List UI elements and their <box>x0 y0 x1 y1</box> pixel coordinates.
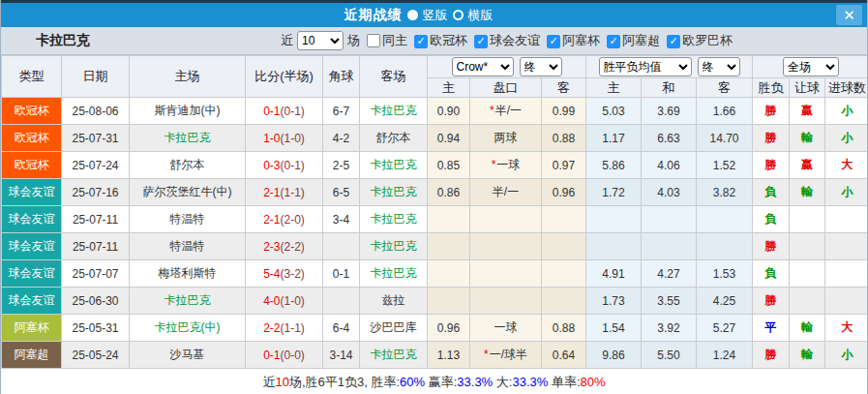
cell-date: 25-05-24 <box>62 342 130 369</box>
cell-mean-away: 1.52 <box>697 152 753 179</box>
cell-score: 2-1(2-0) <box>246 206 323 233</box>
match-count-select[interactable]: 10 <box>297 31 344 50</box>
col-header-home: 主场 <box>130 56 246 98</box>
match-row: 欧冠杯25-08-06斯肯迪加(中)0-1(0-1)6-7卡拉巴克0.90*半/… <box>2 98 868 125</box>
summary-segment: 大: <box>493 374 512 391</box>
league-filter-list: ✓欧冠杯✓球会友谊✓阿塞杯✓阿塞超✓欧罗巴杯 <box>408 32 733 49</box>
col-header-score: 比分(半场) <box>246 56 323 98</box>
cell-score: 2-2(1-1) <box>246 315 323 342</box>
league-checkbox[interactable]: ✓ <box>547 35 560 48</box>
cell-corner: 6-7 <box>323 98 360 125</box>
cell-mean-home: 1.73 <box>586 288 642 315</box>
summary-segment: 80% <box>581 375 606 389</box>
cell-score: 2-3(2-2) <box>246 233 323 260</box>
league-filter-label[interactable]: 欧罗巴杯 <box>682 33 733 47</box>
horizontal-layout-label[interactable]: 横版 <box>468 7 494 24</box>
match-table-body: 欧冠杯25-08-06斯肯迪加(中)0-1(0-1)6-7卡拉巴克0.90*半/… <box>2 98 868 369</box>
subcol-handicap-result: 让球 <box>790 78 825 98</box>
results-table: 类型 日期 主场 比分(半场) 角球 客场 Crow*终 胜平负均值终 全场 主… <box>1 55 868 369</box>
cell-odds-home: 1.13 <box>428 342 470 369</box>
league-filter[interactable]: ✓欧冠杯 <box>408 33 468 47</box>
horizontal-layout-radio[interactable] <box>453 10 464 20</box>
cell-result: 負 <box>753 179 790 206</box>
cell-mean-draw: 4.06 <box>642 152 697 179</box>
league-filter-label[interactable]: 阿塞杯 <box>562 33 600 47</box>
cell-corner: 4-2 <box>323 125 360 152</box>
cell-league: 球会友谊 <box>2 288 62 315</box>
cell-corner: 2-5 <box>323 152 360 179</box>
match-row: 球会友谊25-07-11特温特2-1(2-0)3-4卡拉巴克負 <box>2 206 868 233</box>
league-filter-label[interactable]: 球会友谊 <box>490 33 540 47</box>
league-checkbox[interactable]: ✓ <box>607 35 620 48</box>
cell-odds-away <box>542 288 586 315</box>
cell-date: 25-06-30 <box>62 288 130 315</box>
league-filter[interactable]: ✓欧罗巴杯 <box>661 33 733 47</box>
cell-home-team: 梅塔利斯特 <box>130 260 246 288</box>
odds-time-select[interactable]: 终 <box>520 57 562 76</box>
cell-league: 球会友谊 <box>2 179 62 206</box>
cell-handicap-result <box>790 233 825 260</box>
league-filter[interactable]: ✓球会友谊 <box>468 33 541 47</box>
vertical-layout-radio[interactable] <box>407 10 418 20</box>
cell-away-team: 兹拉 <box>360 288 428 315</box>
cell-date: 25-07-11 <box>62 206 130 233</box>
cell-mean-home: 4.91 <box>586 260 642 288</box>
cell-goals <box>825 233 868 260</box>
cell-corner <box>323 233 360 260</box>
vertical-layout-label[interactable]: 竖版 <box>423 7 448 24</box>
cell-league: 欧冠杯 <box>2 98 62 125</box>
cell-odds-away: 0.99 <box>542 98 586 125</box>
cell-result: 勝 <box>753 342 790 369</box>
cell-goals: 大 <box>825 152 868 179</box>
cell-score: 0-1(0-0) <box>246 342 323 369</box>
league-checkbox[interactable]: ✓ <box>414 35 428 48</box>
cell-mean-home: 5.86 <box>586 152 642 179</box>
cell-handicap: *一球 <box>470 152 542 179</box>
cell-league: 球会友谊 <box>2 260 62 288</box>
match-row: 阿塞杯25-05-31卡拉巴克(中)2-2(1-1)6-4沙巴巴库0.96一球0… <box>2 315 868 342</box>
cell-date: 25-07-11 <box>62 233 130 260</box>
cell-date: 25-07-07 <box>62 260 130 288</box>
cell-goals: 小 <box>825 98 868 125</box>
cell-odds-home <box>428 260 470 288</box>
cell-mean-home: 5.03 <box>586 98 642 125</box>
cell-corner: 0-1 <box>323 260 360 288</box>
cell-odds-away: 0.64 <box>542 342 586 369</box>
cell-handicap <box>470 288 542 315</box>
cell-away-team: 舒尔本 <box>360 125 428 152</box>
cell-date: 25-07-16 <box>62 179 130 206</box>
cell-result: 勝 <box>753 125 790 152</box>
summary-segment: 10 <box>275 375 288 389</box>
league-checkbox[interactable]: ✓ <box>474 35 488 48</box>
cell-league: 阿塞杯 <box>2 315 62 342</box>
cell-mean-draw: 5.50 <box>642 342 697 369</box>
summary-segment: 赢率: <box>425 374 457 391</box>
cell-home-team: 特温特 <box>130 233 246 260</box>
cell-handicap: 两球 <box>470 125 542 152</box>
cell-handicap: *一/球半 <box>470 342 542 369</box>
scope-select[interactable]: 全场 <box>783 57 839 76</box>
cell-handicap: *半/一 <box>470 98 542 125</box>
col-header-type: 类型 <box>2 56 62 98</box>
mean-time-select[interactable]: 终 <box>698 57 740 76</box>
cell-date: 25-07-24 <box>62 152 130 179</box>
subcol-result: 胜负 <box>753 78 790 98</box>
cell-mean-home: 9.86 <box>586 342 642 369</box>
league-filter[interactable]: ✓阿塞杯 <box>541 33 601 47</box>
cell-mean-away: 5.27 <box>697 315 753 342</box>
same-home-label[interactable]: 同主 <box>382 32 407 49</box>
col-header-corner: 角球 <box>323 56 360 98</box>
filter-bar: 卡拉巴克 近 10 场 同主 ✓欧冠杯✓球会友谊✓阿塞杯✓阿塞超✓欧罗巴杯 <box>1 27 867 55</box>
summary-segment: 近 <box>262 374 275 391</box>
cell-handicap-result <box>790 260 825 288</box>
mean-type-select[interactable]: 胜平负均值 <box>599 57 692 76</box>
odds-source-select[interactable]: Crow* <box>452 57 514 76</box>
close-button[interactable]: ✕ <box>836 5 862 25</box>
cell-away-team: 卡拉巴克 <box>360 342 428 369</box>
league-filter[interactable]: ✓阿塞超 <box>601 33 661 47</box>
subcol-goals: 进球数 <box>825 78 868 98</box>
same-home-checkbox[interactable] <box>367 34 380 47</box>
league-checkbox[interactable]: ✓ <box>667 35 680 48</box>
league-filter-label[interactable]: 阿塞超 <box>622 33 660 47</box>
league-filter-label[interactable]: 欧冠杯 <box>430 33 467 47</box>
